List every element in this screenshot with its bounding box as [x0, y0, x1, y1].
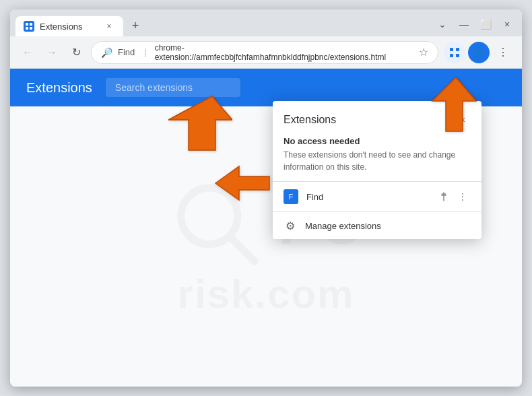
svg-point-8 — [181, 187, 238, 244]
popup-header: Extensions × — [273, 101, 481, 133]
arrow-3-indicator — [212, 163, 273, 206]
svg-rect-6 — [450, 54, 453, 57]
url-site-label: Find — [118, 47, 135, 57]
more-menu-button[interactable]: ⋮ — [492, 42, 514, 63]
active-tab[interactable]: Extensions × — [15, 16, 123, 36]
find-extension-name: Find — [306, 192, 428, 202]
svg-rect-3 — [30, 27, 32, 30]
popup-section-heading: No access needed — [284, 136, 471, 146]
manage-extensions-row[interactable]: ⚙ Manage extensions — [273, 211, 481, 239]
tab-bar-controls: ⌄ — ⬜ × — [433, 15, 517, 36]
find-pin-button[interactable] — [436, 189, 452, 205]
svg-rect-2 — [26, 27, 28, 30]
close-window-button[interactable]: × — [498, 15, 517, 34]
url-security-icon: 🔎 — [101, 47, 112, 58]
popup-section-description: These extensions don't need to see and c… — [284, 149, 471, 173]
svg-line-9 — [231, 238, 255, 261]
profile-icon: 👤 — [473, 47, 485, 58]
back-button[interactable]: ← — [18, 43, 37, 62]
address-bar: ← → ↻ 🔎 Find | chrome-extension://ammfec… — [10, 36, 522, 69]
svg-marker-13 — [215, 166, 269, 200]
svg-marker-16 — [441, 193, 446, 195]
url-text: chrome-extension://ammfecbbjfchfamhafmnb… — [155, 43, 413, 62]
page-content: Extensions PC risk.com — [10, 69, 522, 387]
tab-title-text: Extensions — [40, 22, 83, 32]
tab-favicon — [24, 21, 34, 32]
profile-button[interactable]: 👤 — [468, 42, 490, 63]
find-extension-icon: F — [284, 189, 298, 204]
refresh-button[interactable]: ↻ — [67, 43, 86, 62]
new-tab-button[interactable]: + — [126, 16, 145, 35]
extensions-popup: Extensions × No access needed These exte… — [273, 101, 481, 239]
popup-close-button[interactable]: × — [455, 112, 471, 128]
bookmark-star-icon[interactable]: ☆ — [419, 46, 428, 59]
toolbar-right: 👤 ⋮ — [444, 42, 514, 63]
tab-bar: Extensions × + ⌄ — ⬜ × — [10, 9, 522, 36]
browser-window: Extensions × + ⌄ — ⬜ × ← → ↻ 🔎 Find | ch… — [10, 9, 522, 387]
minimize-button[interactable]: — — [455, 15, 473, 34]
svg-rect-5 — [456, 48, 459, 51]
url-bar[interactable]: 🔎 Find | chrome-extension://ammfecbbjfch… — [91, 41, 438, 64]
find-more-button[interactable]: ⋮ — [455, 189, 471, 205]
gear-icon: ⚙ — [284, 219, 297, 232]
popup-no-access-section: No access needed These extensions don't … — [273, 133, 481, 181]
svg-rect-1 — [30, 23, 32, 26]
restore-button[interactable]: ⬜ — [476, 15, 495, 34]
find-extension-actions: ⋮ — [436, 189, 471, 205]
svg-rect-0 — [26, 23, 28, 26]
popup-title: Extensions — [284, 114, 336, 126]
svg-rect-4 — [450, 48, 453, 51]
tab-bar-down-icon[interactable]: ⌄ — [433, 15, 452, 34]
tab-close-button[interactable]: × — [103, 20, 115, 32]
extensions-puzzle-button[interactable] — [444, 42, 465, 63]
url-divider: | — [144, 47, 146, 57]
extensions-page-title: Extensions — [26, 80, 92, 96]
extension-item-find[interactable]: F Find ⋮ — [273, 182, 481, 211]
forward-button[interactable]: → — [42, 43, 61, 62]
svg-rect-7 — [456, 54, 459, 57]
manage-extensions-label[interactable]: Manage extensions — [305, 221, 381, 231]
extensions-search-input[interactable] — [106, 78, 240, 97]
